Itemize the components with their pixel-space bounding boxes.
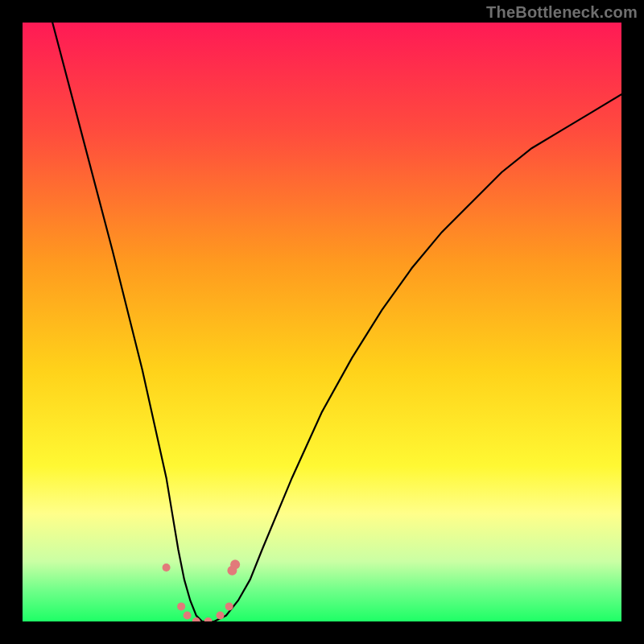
plot-area (23, 23, 621, 621)
bottleneck-chart (23, 23, 621, 621)
marker-dot (177, 602, 185, 610)
marker-dot (184, 612, 192, 620)
marker-dot (163, 564, 171, 572)
marker-dot (225, 602, 233, 610)
marker-dot (230, 559, 240, 569)
gradient-background (23, 23, 621, 621)
outer-frame: TheBottleneck.com (0, 0, 644, 644)
watermark-text: TheBottleneck.com (486, 3, 638, 22)
marker-dot (217, 612, 225, 620)
